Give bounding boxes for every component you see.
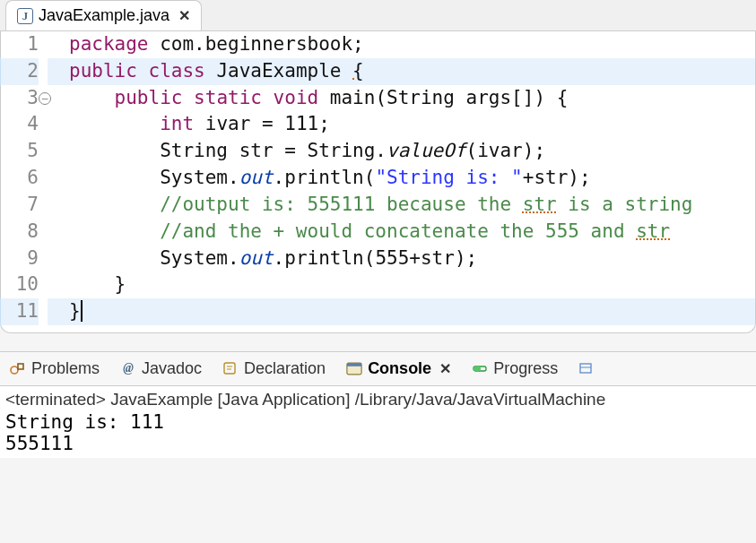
line-number: 6 — [1, 165, 39, 192]
line-number: 3– — [1, 85, 39, 112]
close-icon[interactable]: ✕ — [439, 360, 451, 377]
declaration-icon — [222, 360, 239, 376]
line-number: 7 — [1, 192, 39, 219]
code-editor[interactable]: 123–4567891011 package com.beginnersbook… — [0, 31, 756, 333]
code-line[interactable]: } — [48, 298, 755, 325]
extra-view-icon — [578, 360, 595, 376]
line-number: 5 — [1, 138, 39, 165]
code-line[interactable]: public static void main(String args[]) { — [69, 87, 568, 108]
line-number: 4 — [1, 111, 39, 138]
code-line[interactable]: String str = String.valueOf(ivar); — [69, 140, 545, 161]
line-number-gutter: 123–4567891011 — [1, 31, 48, 325]
code-line[interactable]: //output is: 555111 because the str is a… — [69, 194, 692, 215]
tab-problems[interactable]: Problems — [5, 358, 103, 380]
code-line[interactable]: int ivar = 111; — [69, 113, 330, 134]
svg-rect-4 — [347, 363, 361, 366]
tab-label: Declaration — [244, 359, 326, 378]
line-number: 10 — [1, 272, 39, 298]
tab-console[interactable]: Console ✕ — [342, 358, 455, 380]
tab-label: Console — [368, 359, 431, 378]
editor-tab-filename: JavaExample.java — [39, 6, 169, 25]
console-icon — [345, 360, 363, 376]
svg-rect-2 — [224, 363, 235, 374]
tab-label: Javadoc — [142, 359, 202, 378]
console-panel: <terminated> JavaExample [Java Applicati… — [0, 386, 756, 458]
java-file-icon: J — [17, 8, 33, 24]
tab-progress[interactable]: Progress — [467, 358, 561, 380]
tab-extra[interactable] — [574, 358, 599, 378]
javadoc-icon: @ — [119, 360, 137, 376]
code-line[interactable]: System.out.println(555+str); — [69, 247, 477, 269]
line-number: 11 — [1, 298, 39, 325]
tab-label: Progress — [493, 359, 558, 378]
bottom-panel-tabs: Problems @ Javadoc Declaration Console ✕… — [0, 351, 756, 386]
line-number: 2 — [1, 58, 39, 85]
tab-javadoc[interactable]: @ Javadoc — [116, 358, 205, 380]
svg-rect-7 — [580, 364, 591, 373]
close-icon[interactable]: ✕ — [178, 7, 190, 24]
code-content[interactable]: package com.beginnersbook; public class … — [48, 31, 755, 325]
editor-tab-bar: J JavaExample.java ✕ — [0, 0, 756, 31]
line-number: 8 — [1, 219, 39, 246]
svg-rect-1 — [18, 364, 23, 369]
code-line[interactable]: //and the + would concatenate the 555 an… — [69, 220, 670, 242]
console-output: String is: 111 555111 — [5, 411, 751, 454]
tab-label: Problems — [31, 359, 100, 378]
code-line[interactable]: System.out.println("String is: "+str); — [69, 167, 591, 188]
console-status: <terminated> JavaExample [Java Applicati… — [5, 390, 751, 409]
line-number: 9 — [1, 246, 39, 272]
code-line[interactable]: package com.beginnersbook; — [69, 33, 364, 55]
svg-point-0 — [11, 366, 18, 374]
line-number: 1 — [1, 31, 39, 58]
problems-icon — [9, 360, 27, 376]
svg-rect-6 — [474, 366, 481, 371]
code-line[interactable]: } — [69, 273, 126, 295]
tab-declaration[interactable]: Declaration — [218, 358, 329, 380]
editor-tab[interactable]: J JavaExample.java ✕ — [5, 0, 202, 30]
fold-toggle-icon[interactable]: – — [39, 92, 51, 105]
code-line[interactable]: public class JavaExample { — [48, 58, 755, 85]
progress-icon — [471, 360, 489, 376]
